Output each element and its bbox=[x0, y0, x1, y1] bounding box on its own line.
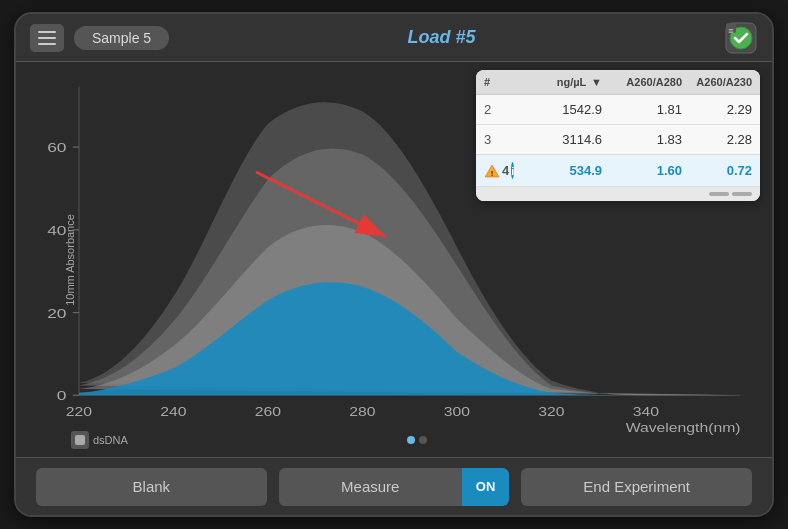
svg-text:320: 320 bbox=[538, 405, 564, 419]
row4-conc: 534.9 bbox=[512, 163, 602, 178]
row2-conc: 1542.9 bbox=[512, 102, 602, 117]
row4-a260-230: 0.72 bbox=[682, 163, 752, 178]
col-a260-280: A260/A280 bbox=[602, 76, 682, 88]
pagination-dot-1[interactable] bbox=[407, 436, 415, 444]
table-row[interactable]: 3 3114.6 1.83 2.28 bbox=[476, 125, 760, 155]
col-conc: ng/µL ▼ bbox=[512, 76, 602, 88]
table-footer bbox=[476, 187, 760, 201]
row2-num: 2 bbox=[484, 102, 512, 117]
table-row-highlight[interactable]: ! 4 i 534.9 1.60 0.72 bbox=[476, 155, 760, 187]
col-num: # bbox=[484, 76, 512, 88]
row4-icons: ! 4 i bbox=[484, 162, 512, 179]
end-experiment-button[interactable]: End Experiment bbox=[521, 468, 752, 506]
svg-text:280: 280 bbox=[349, 405, 375, 419]
row4-num: 4 bbox=[502, 163, 509, 178]
row2-a260-280: 1.81 bbox=[602, 102, 682, 117]
data-panel: # ng/µL ▼ A260/A280 A260/A230 2 1542.9 1… bbox=[476, 70, 760, 201]
svg-text:60: 60 bbox=[47, 140, 67, 155]
scroll-bar-2 bbox=[732, 192, 752, 196]
load-title: Load #5 bbox=[169, 27, 714, 48]
on-badge[interactable]: ON bbox=[462, 468, 510, 506]
svg-rect-24 bbox=[75, 435, 85, 445]
scroll-indicator bbox=[709, 192, 752, 196]
header: Sample 5 Load #5 ≡ bbox=[16, 14, 772, 62]
menu-button[interactable] bbox=[30, 24, 64, 52]
row3-a260-280: 1.83 bbox=[602, 132, 682, 147]
blank-button[interactable]: Blank bbox=[36, 468, 267, 506]
sort-arrow[interactable]: ▼ bbox=[591, 76, 602, 88]
pagination-dots bbox=[407, 436, 427, 444]
warning-icon: ! bbox=[484, 163, 500, 179]
row3-num: 3 bbox=[484, 132, 512, 147]
svg-text:20: 20 bbox=[47, 305, 67, 320]
svg-text:0: 0 bbox=[57, 388, 67, 403]
dsdna-icon bbox=[71, 431, 89, 449]
dsdna-label: dsDNA bbox=[71, 431, 128, 449]
row2-a260-230: 2.29 bbox=[682, 102, 752, 117]
device-frame: Sample 5 Load #5 ≡ 10mm Absorbance bbox=[14, 12, 774, 517]
footer: Blank Measure ON End Experiment bbox=[16, 457, 772, 515]
svg-text:220: 220 bbox=[66, 405, 92, 419]
row3-a260-230: 2.28 bbox=[682, 132, 752, 147]
measure-button[interactable]: Measure bbox=[279, 468, 462, 506]
svg-text:≡: ≡ bbox=[728, 26, 733, 36]
sample-label: Sample 5 bbox=[74, 26, 169, 50]
svg-text:40: 40 bbox=[47, 223, 67, 238]
svg-text:!: ! bbox=[491, 169, 494, 178]
scroll-bar-1 bbox=[709, 192, 729, 196]
main-content: 10mm Absorbance 0 20 40 60 220 240 260 bbox=[16, 62, 772, 457]
pagination-dot-2[interactable] bbox=[419, 436, 427, 444]
svg-text:260: 260 bbox=[255, 405, 281, 419]
bottom-info: dsDNA bbox=[71, 431, 762, 449]
table-header: # ng/µL ▼ A260/A280 A260/A230 bbox=[476, 70, 760, 95]
status-icon: ≡ bbox=[724, 21, 758, 55]
col-a260-230: A260/A230 bbox=[682, 76, 752, 88]
svg-text:300: 300 bbox=[444, 405, 470, 419]
svg-text:240: 240 bbox=[160, 405, 186, 419]
row3-conc: 3114.6 bbox=[512, 132, 602, 147]
svg-text:340: 340 bbox=[633, 405, 659, 419]
table-row[interactable]: 2 1542.9 1.81 2.29 bbox=[476, 95, 760, 125]
row4-a260-280: 1.60 bbox=[602, 163, 682, 178]
measure-button-group: Measure ON bbox=[279, 468, 510, 506]
